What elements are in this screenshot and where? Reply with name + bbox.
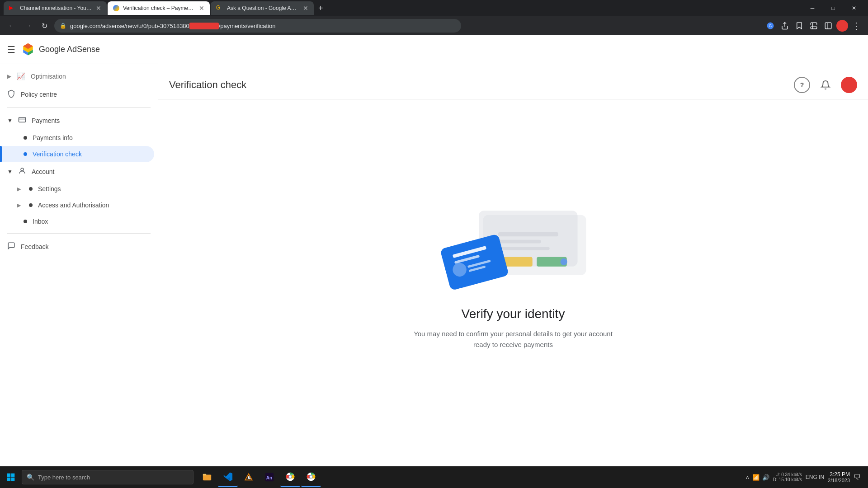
tab-close-adsense[interactable]: ✕	[199, 5, 204, 12]
language-indicator[interactable]: ENG IN	[806, 474, 824, 480]
help-icon[interactable]: ?	[794, 77, 810, 93]
taskbar-search-icon: 🔍	[27, 474, 34, 481]
sidebar-label-inbox: Inbox	[33, 218, 147, 225]
sidebar-item-feedback[interactable]: Feedback	[0, 237, 154, 256]
tray-overflow-icon[interactable]: ∧	[745, 474, 750, 480]
inbox-dot	[24, 220, 27, 223]
sidebar-label-payments-info: Payments info	[33, 134, 147, 141]
start-button[interactable]	[0, 466, 22, 488]
tab-close-question[interactable]: ✕	[303, 5, 308, 12]
adobe-animate-icon: An	[264, 472, 274, 482]
topbar-actions: ?	[794, 77, 857, 93]
browser-profile-avatar[interactable]	[836, 20, 848, 32]
new-tab-button[interactable]: +	[315, 4, 327, 13]
minimize-button[interactable]: ─	[802, 1, 823, 15]
windows-logo-icon	[6, 473, 15, 482]
clock-time: 3:25 PM	[828, 471, 850, 478]
lock-icon: 🔒	[60, 23, 66, 29]
tab-close-youtube[interactable]: ✕	[96, 5, 101, 12]
share-icon[interactable]	[778, 19, 791, 32]
notifications-icon[interactable]	[817, 77, 834, 93]
clock-date: 2/18/2023	[828, 478, 850, 483]
question-favicon: G	[216, 5, 223, 12]
google-account-icon[interactable]: G	[764, 19, 777, 32]
verification-check-dot	[24, 152, 27, 156]
verify-identity-card: Verify your identity You may need to con…	[405, 184, 622, 368]
maximize-button[interactable]: □	[823, 1, 844, 15]
upload-stat: U: 0.34 kbit/s	[775, 472, 802, 477]
optimisation-expand-icon: ▶	[7, 73, 11, 80]
main-content: Verify your identity You may need to con…	[158, 35, 868, 488]
svg-rect-24	[11, 478, 15, 481]
bookmark-icon[interactable]	[793, 19, 806, 32]
sidebar-item-optimisation[interactable]: ▶ 📈 Optimisation	[0, 68, 154, 85]
taskbar-search-bar[interactable]: 🔍 Type here to search	[22, 470, 193, 484]
app-layout: ☰ Google AdSense ▶ 📈 Optimisation	[0, 35, 868, 488]
network-icon: 📶	[752, 474, 760, 481]
verify-illustration	[427, 202, 599, 292]
taskbar-right: ∧ 📶 🔊 U: 0.34 kbit/s D: 15.10 kbit/s ENG…	[745, 471, 868, 483]
adsense-favicon	[113, 5, 119, 11]
adsense-logo: Google AdSense	[21, 42, 100, 57]
sidebar-item-verification-check[interactable]: Verification check	[0, 146, 154, 162]
vlc-icon	[244, 472, 254, 482]
taskbar-app-file-explorer[interactable]	[197, 467, 217, 487]
close-button[interactable]: ✕	[844, 1, 864, 15]
taskbar-app-vlc[interactable]	[239, 467, 259, 487]
browser-tab-adsense[interactable]: Verification check – Payments – G... ✕	[108, 1, 210, 15]
sidebar-label-account: Account	[32, 168, 55, 175]
sidebar-item-policy-centre[interactable]: Policy centre	[0, 85, 154, 103]
address-bar[interactable]: 🔒 google.com/adsense/new/u/0/pub-3075183…	[54, 19, 461, 33]
volume-icon[interactable]: 🔊	[762, 474, 769, 481]
taskbar-app-chrome2[interactable]	[301, 467, 321, 487]
toolbar-icons: G ⋮	[764, 19, 863, 32]
svg-point-5	[21, 168, 24, 171]
back-button[interactable]: ←	[5, 19, 18, 32]
window-controls: ─ □ ✕	[802, 1, 864, 15]
sidebar-label-policy-centre: Policy centre	[21, 91, 147, 98]
extensions-icon[interactable]	[807, 19, 820, 32]
payments-info-dot	[24, 136, 27, 140]
svg-rect-26	[203, 474, 206, 476]
sidebar-section-payments[interactable]: ▼ Payments	[0, 111, 158, 130]
browser-tab-youtube[interactable]: ▶ Channel monetisation - YouTube ✕	[4, 1, 107, 15]
browser-tab-question[interactable]: G Ask a Question - Google AdSens... ✕	[211, 1, 314, 15]
sidebar-item-access-auth[interactable]: ▶ Access and Authorisation	[0, 197, 154, 213]
taskbar-app-vscode[interactable]	[218, 467, 238, 487]
forward-button[interactable]: →	[22, 19, 34, 32]
sidebar-item-settings[interactable]: ▶ Settings	[0, 181, 154, 197]
svg-rect-22	[11, 474, 15, 477]
user-avatar[interactable]	[841, 77, 857, 93]
chrome-icon	[285, 472, 295, 482]
svg-rect-25	[203, 475, 211, 481]
sidebar-toggle-icon[interactable]	[822, 19, 835, 32]
download-stat: D: 15.10 kbit/s	[773, 477, 802, 482]
taskbar-clock[interactable]: 3:25 PM 2/18/2023	[828, 471, 850, 483]
reload-button[interactable]: ↻	[38, 19, 51, 32]
hamburger-menu-icon[interactable]: ☰	[7, 44, 15, 55]
sidebar-nav: ▶ 📈 Optimisation Policy centre ▼ Payment…	[0, 64, 158, 471]
vscode-icon	[223, 472, 233, 482]
sidebar-label-feedback: Feedback	[21, 243, 147, 250]
taskbar-apps: An	[197, 467, 321, 487]
browser-tabs: ▶ Channel monetisation - YouTube ✕ Verif…	[0, 0, 868, 16]
taskbar-tray: ∧ 📶 🔊	[745, 474, 769, 481]
sidebar-item-payments-info[interactable]: Payments info	[0, 130, 154, 146]
taskbar-app-chrome[interactable]	[280, 467, 300, 487]
svg-rect-29	[248, 476, 250, 479]
payments-expand-icon: ▼	[7, 117, 13, 124]
sidebar-divider-2	[7, 233, 151, 234]
taskbar-app-adobe-animate[interactable]: An	[259, 467, 279, 487]
svg-text:G: G	[769, 24, 772, 28]
sidebar-section-account[interactable]: ▼ Account	[0, 162, 158, 181]
network-stats: U: 0.34 kbit/s D: 15.10 kbit/s	[773, 472, 802, 482]
sidebar-label-optimisation: Optimisation	[31, 73, 147, 80]
account-expand-icon: ▼	[7, 169, 13, 175]
browser-menu-icon[interactable]: ⋮	[850, 19, 863, 32]
svg-rect-3	[19, 117, 25, 122]
taskbar-notification-icon[interactable]: 🗨	[854, 473, 861, 481]
svg-rect-15	[440, 234, 509, 291]
sidebar-item-inbox[interactable]: Inbox	[0, 213, 154, 230]
account-icon	[18, 167, 26, 176]
svg-rect-2	[825, 23, 831, 29]
